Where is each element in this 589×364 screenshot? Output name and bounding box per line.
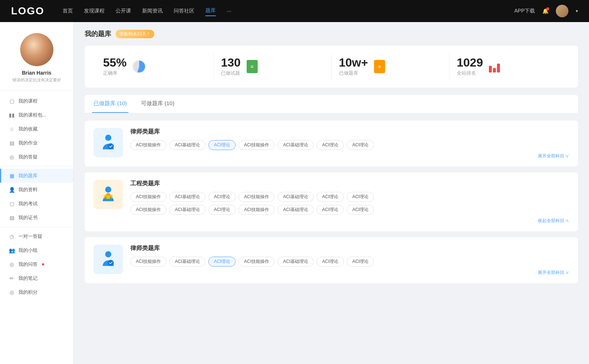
nav-qa[interactable]: 问答社区: [174, 6, 194, 16]
tag-3-5[interactable]: ACI基础理论: [278, 257, 314, 267]
sidebar-label-favorites: 我的收藏: [18, 126, 38, 132]
navbar: LOGO 首页 发现课程 公开课 新闻资讯 问答社区 题库 ··· APP下载 …: [0, 0, 589, 22]
homework-icon: ▤: [9, 140, 15, 146]
sidebar-item-favorites[interactable]: ☆ 我的收藏: [0, 122, 73, 136]
sidebar-item-my-questions[interactable]: ◎ 我的问答: [0, 257, 73, 271]
qbank-title-3: 律师类题库: [130, 245, 569, 252]
tag-1-6[interactable]: ACI理论: [317, 140, 344, 150]
user-avatar[interactable]: [556, 5, 568, 17]
sidebar-item-notes[interactable]: ✏ 我的笔记: [0, 271, 73, 285]
sidebar-item-course-package[interactable]: ▮▮ 我的课程包...: [0, 108, 73, 122]
sidebar-label-qa: 我的答疑: [18, 154, 38, 160]
tag-3-1[interactable]: ACI技能操作: [130, 257, 166, 267]
page-title: 我的题库: [85, 29, 111, 38]
stat-done-questions-value: 130: [221, 57, 240, 68]
tags-row-2b: ACI技能操作 ACI基础理论 ACI理论 ACI技能操作 ACI基础理论 AC…: [130, 205, 569, 215]
collapse-link-2[interactable]: 收起全部科目 ∧: [130, 218, 569, 224]
stat-accuracy-label: 正确率: [103, 70, 127, 76]
sidebar-item-my-exam[interactable]: ▢ 我的考试: [0, 197, 73, 211]
notification-bell[interactable]: 🔔: [542, 8, 549, 14]
tag-1-1[interactable]: ACI技能操作: [130, 140, 166, 150]
notification-dot: [546, 7, 549, 10]
main-content: 我的题库 体验剩余23天！ 55% 正确率 130 已做试题: [74, 22, 589, 364]
nav-discover[interactable]: 发现课程: [84, 6, 105, 16]
stat-ranking: 1029 全站排名: [449, 53, 567, 80]
tag-2-2[interactable]: ACI基础理论: [169, 192, 205, 202]
sidebar-label-my-exam: 我的考试: [18, 200, 38, 207]
avatar-image: [20, 33, 53, 66]
qbank-info-3: 律师类题库 ACI技能操作 ACI基础理论 ACI理论 ACI技能操作 ACI基…: [130, 245, 569, 276]
logo: LOGO: [11, 5, 44, 17]
ranking-bar-chart-icon: [489, 61, 501, 72]
sidebar-item-homework[interactable]: ▤ 我的作业: [0, 136, 73, 150]
sidebar-label-my-questions: 我的问答: [18, 261, 38, 268]
tag-3-4[interactable]: ACI技能操作: [239, 257, 275, 267]
stat-done-banks: 10w+ 已做题库: [332, 53, 449, 80]
course-package-icon: ▮▮: [9, 112, 15, 118]
sidebar-item-certificate[interactable]: ▤ 我的证书: [0, 211, 73, 225]
sidebar-item-my-qbank[interactable]: ▦ 我的题库: [0, 169, 73, 183]
svg-point-8: [107, 260, 114, 266]
sidebar-label-certificate: 我的证书: [18, 214, 38, 221]
expand-link-1[interactable]: 展开全部科目 ∨: [130, 153, 569, 159]
my-exam-icon: ▢: [9, 201, 15, 207]
tag-2-1[interactable]: ACI技能操作: [130, 192, 166, 202]
sidebar-item-my-course[interactable]: ▢ 我的课程: [0, 94, 73, 108]
sidebar-item-qa[interactable]: ◎ 我的答疑: [0, 150, 73, 164]
tag-2-5[interactable]: ACI基础理论: [278, 192, 314, 202]
tag-3-3[interactable]: ACI理论: [208, 257, 236, 267]
my-course-icon: ▢: [9, 98, 15, 104]
tag-2b-7[interactable]: ACI理论: [347, 205, 374, 215]
group-icon: 👥: [9, 247, 15, 253]
tag-3-2[interactable]: ACI基础理论: [169, 257, 205, 267]
nav-more[interactable]: ···: [227, 7, 231, 15]
tag-3-6[interactable]: ACI理论: [317, 257, 344, 267]
nav-qbank[interactable]: 题库: [205, 6, 216, 16]
sidebar-item-one-on-one[interactable]: ◷ 一对一答疑: [0, 229, 73, 243]
stat-ranking-value: 1029: [457, 57, 483, 68]
trial-badge: 体验剩余23天！: [116, 30, 154, 38]
sidebar-item-points[interactable]: ◎ 我的积分: [0, 285, 73, 299]
sidebar-item-my-data[interactable]: 👤 我的资料: [0, 183, 73, 197]
nav-news[interactable]: 新闻资讯: [142, 6, 163, 16]
expand-link-3[interactable]: 展开全部科目 ∨: [130, 270, 569, 276]
tag-1-4[interactable]: ACI技能操作: [239, 140, 275, 150]
tag-1-2[interactable]: ACI基础理论: [169, 140, 205, 150]
qbank-card-3: 律师类题库 ACI技能操作 ACI基础理论 ACI理论 ACI技能操作 ACI基…: [85, 237, 578, 283]
tag-2b-6[interactable]: ACI理论: [317, 205, 344, 215]
tag-2-4[interactable]: ACI技能操作: [239, 192, 275, 202]
qa-icon: ◎: [9, 154, 15, 160]
nav-open-course[interactable]: 公开课: [116, 6, 131, 16]
tag-2b-4[interactable]: ACI技能操作: [239, 205, 275, 215]
tab-available-banks[interactable]: 可做题库 (10): [140, 95, 176, 113]
app-download-button[interactable]: APP下载: [514, 8, 535, 14]
tag-2-6[interactable]: ACI理论: [317, 192, 344, 202]
tag-2-7[interactable]: ACI理论: [347, 192, 374, 202]
sidebar-label-homework: 我的作业: [18, 140, 38, 146]
tag-1-7[interactable]: ACI理论: [347, 140, 374, 150]
one-on-one-icon: ◷: [9, 233, 15, 239]
profile-motto: 错误的决定比没有决定要好: [7, 77, 66, 83]
divider-2: [0, 227, 73, 227]
sidebar-item-group[interactable]: 👥 我的小组: [0, 243, 73, 257]
avatar-image: [556, 5, 568, 17]
tag-2b-5[interactable]: ACI基础理论: [278, 205, 314, 215]
tag-2-3[interactable]: ACI理论: [208, 192, 236, 202]
stat-accuracy: 55% 正确率: [96, 53, 214, 80]
tags-row-3: ACI技能操作 ACI基础理论 ACI理论 ACI技能操作 ACI基础理论 AC…: [130, 257, 569, 267]
tag-2b-1[interactable]: ACI技能操作: [130, 205, 166, 215]
tab-done-banks[interactable]: 已做题库 (10): [92, 95, 128, 113]
sidebar-label-course-package: 我的课程包...: [18, 112, 46, 118]
qbank-card-2: 工程类题库 ACI技能操作 ACI基础理论 ACI理论 ACI技能操作 ACI基…: [85, 172, 578, 231]
tag-1-5[interactable]: ACI基础理论: [278, 140, 314, 150]
nav-home[interactable]: 首页: [63, 6, 73, 16]
tag-1-3[interactable]: ACI理论: [208, 140, 236, 150]
tag-3-7[interactable]: ACI理论: [347, 257, 374, 267]
stat-accuracy-value: 55%: [103, 57, 127, 68]
nav-right: APP下载 🔔 ▾: [514, 5, 578, 17]
sidebar-label-my-course: 我的课程: [18, 98, 38, 104]
user-dropdown-caret[interactable]: ▾: [576, 8, 578, 14]
tag-2b-2[interactable]: ACI基础理论: [169, 205, 205, 215]
tag-2b-3[interactable]: ACI理论: [208, 205, 236, 215]
profile-avatar: [20, 33, 53, 66]
